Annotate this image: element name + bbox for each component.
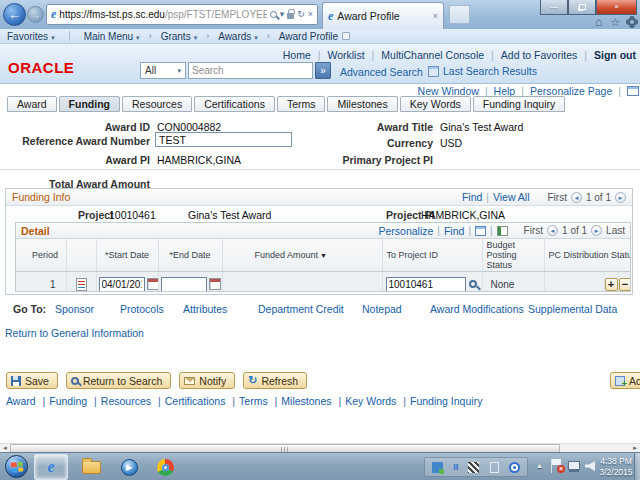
search-scope-select[interactable]: All▾ [140,62,186,79]
column-budget-posting-status[interactable]: Budget Posting Status [482,239,544,272]
footer-certifications-link[interactable]: Certifications [154,395,225,407]
delete-row-button[interactable]: − [619,278,632,291]
sign-out-link[interactable]: Sign out [577,49,636,61]
column-pc-distribution-status[interactable]: PC Distribution Status [544,239,631,272]
protocols-link[interactable]: Protocols [120,303,164,315]
action-center-flag-icon[interactable] [551,459,563,473]
nav-worklist-link[interactable]: Worklist [311,49,365,61]
forward-button[interactable]: → [27,6,44,23]
previous-row-icon[interactable]: ◄ [547,225,558,236]
network-icon[interactable] [568,461,580,470]
tab-close-icon[interactable]: × [433,11,438,21]
tab-milestones[interactable]: Milestones [327,96,397,112]
address-bar[interactable]: e https://fms-tst.ps.sc.edu/psp/FTST/EMP… [46,4,318,25]
taskbar-clock[interactable]: 4:38 PM3/2/2015 [597,456,635,478]
horizontal-scrollbar[interactable]: ◄ ► [0,443,640,452]
save-button[interactable]: Save [6,372,58,389]
nav-home-link[interactable]: Home [283,49,311,61]
favorites-menu[interactable]: Favorites [7,31,55,42]
tray-grid-icon[interactable] [468,462,479,473]
column-start-date[interactable]: *Start Date [96,239,158,272]
notepad-link[interactable]: Notepad [362,303,402,315]
tab-funding[interactable]: Funding [59,96,120,112]
taskbar-file-explorer[interactable] [74,454,108,480]
start-date-input[interactable] [99,277,145,292]
end-date-input[interactable] [161,277,207,292]
footer-terms-link[interactable]: Terms [228,395,267,407]
award-modifications-link[interactable]: Award Modifications [430,303,524,315]
last-search-results-link[interactable]: Last Search Results [428,65,537,77]
tab-award[interactable]: Award [7,96,57,112]
sponsor-link[interactable]: Sponsor [55,303,94,315]
calendar-icon[interactable] [147,278,159,290]
search-go-button[interactable]: » [315,62,331,79]
stop-icon[interactable]: × [308,10,313,19]
column-end-date[interactable]: *End Date [158,239,222,272]
tab-title[interactable]: Award Profile [337,10,428,22]
speaker-icon[interactable] [585,461,595,471]
tab-key-words[interactable]: Key Words [400,96,471,112]
gear-icon[interactable] [628,18,636,26]
previous-row-icon[interactable]: ◄ [571,192,582,203]
tab-funding-inquiry[interactable]: Funding Inquiry [473,96,565,112]
taskbar-internet-explorer[interactable]: e [34,454,68,480]
star-favorites-icon[interactable]: ☆ [610,16,620,29]
to-project-id-input[interactable] [386,277,466,292]
personalize-link[interactable]: Personalize [378,225,433,237]
show-desktop-button[interactable] [634,453,640,480]
footer-award-link[interactable]: Award [6,395,36,407]
find-link[interactable]: Find [462,191,482,203]
address-search-icon[interactable] [270,11,277,18]
taskbar-media-player[interactable]: ▶ [112,454,146,480]
notify-button[interactable]: Notify [179,372,235,389]
breadcrumb-page-icon[interactable] [342,32,350,40]
breadcrumb-main-menu[interactable]: Main Menu [84,31,140,42]
search-dropdown-icon[interactable]: ▾ [280,10,285,19]
tab-terms[interactable]: Terms [277,96,326,112]
return-to-general-information-link[interactable]: Return to General Information [5,327,144,339]
view-all-icon[interactable] [475,226,486,236]
restore-button[interactable] [568,0,596,15]
tray-expand-icon[interactable]: ▲ [536,462,543,469]
refresh-button[interactable]: ↻Refresh [243,372,307,389]
footer-funding-link[interactable]: Funding [39,395,88,407]
view-all-link[interactable]: View All [493,191,530,203]
taskbar-chrome[interactable] [148,454,182,480]
reference-award-number-input[interactable] [155,132,292,147]
tray-pause-icon[interactable]: II [453,462,458,472]
add-button[interactable]: Add [610,372,640,389]
tray-app-icon[interactable] [432,462,443,473]
search-input[interactable] [188,62,313,79]
notes-icon[interactable] [76,278,87,291]
nav-multichannel-link[interactable]: MultiChannel Console [365,49,484,61]
attributes-link[interactable]: Attributes [183,303,227,315]
find-link[interactable]: Find [444,225,464,237]
add-row-button[interactable]: + [605,278,618,291]
minimize-button[interactable]: — [540,0,568,15]
close-button[interactable]: × [596,0,637,15]
supplemental-data-link[interactable]: Supplemental Data [528,303,617,315]
column-to-project-id[interactable]: To Project ID [382,239,482,272]
advanced-search-link[interactable]: Advanced Search [340,66,423,78]
nav-add-favorites-link[interactable]: Add to Favorites [484,49,577,61]
tab-resources[interactable]: Resources [122,96,192,112]
breadcrumb-grants[interactable]: Grants [161,31,198,42]
lookup-icon[interactable] [469,280,477,288]
home-icon[interactable]: ⌂ [595,15,602,29]
calendar-icon[interactable] [209,278,221,290]
browser-tab[interactable]: e Award Profile × [322,2,444,29]
sort-descending-icon[interactable]: ▼ [320,252,327,259]
footer-milestones-link[interactable]: Milestones [271,395,332,407]
tray-window-icon[interactable] [490,462,499,473]
new-tab-button[interactable] [449,5,470,24]
next-row-icon[interactable]: ► [615,192,626,203]
next-row-icon[interactable]: ► [591,225,602,236]
url-text[interactable]: https://fms-tst.ps.sc.edu/psp/FTST/EMPLO… [59,9,266,20]
return-to-search-button[interactable]: Return to Search [66,372,171,389]
start-button[interactable] [5,455,28,478]
refresh-icon[interactable]: ↻ [297,10,305,19]
download-to-excel-icon[interactable] [497,226,508,236]
back-button[interactable]: ← [3,3,26,26]
department-credit-link[interactable]: Department Credit [258,303,344,315]
footer-funding-inquiry-link[interactable]: Funding Inquiry [399,395,482,407]
